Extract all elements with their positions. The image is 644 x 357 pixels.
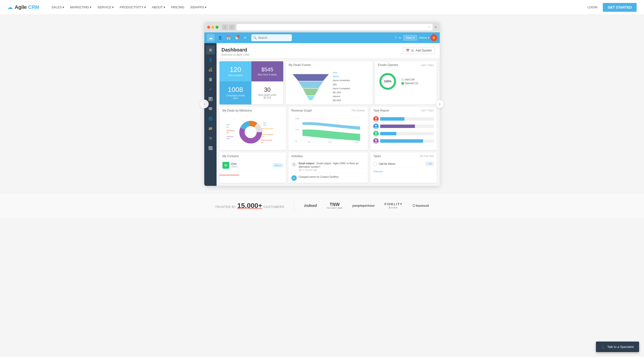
task-bar-row-3 — [373, 131, 434, 136]
crm-sidebar: ⊞ 👤 💰 📋 ✓ 📊 💬 🌐 📁 ⚙ 📈 — [204, 43, 216, 186]
browser-chrome: ‹ › ↻ ≡ ☁ 👤 📅 📋 — [204, 22, 440, 186]
activity-item-2: ⊕ Changed owner for Contact Geoffrey — [288, 173, 368, 183]
contacts-icon[interactable]: 👤 — [216, 34, 224, 41]
sidebar-item-contacts[interactable]: 👤 — [206, 56, 215, 64]
nav-500apps[interactable]: 500APPS ▾ — [188, 4, 209, 10]
svg-text:0%: 0% — [226, 132, 229, 134]
browser-menu-icon[interactable]: ≡ — [434, 25, 437, 30]
milestone-chart: Won 0% Abandoned 0% Interested 54% New — [226, 116, 280, 148]
task-bar-fill-1 — [380, 117, 404, 121]
svg-text:14%: 14% — [264, 124, 266, 126]
help-icon[interactable]: ? — [394, 36, 396, 40]
edit-icon[interactable]: ✏ — [398, 36, 402, 40]
svg-point-42 — [374, 142, 378, 144]
browser-forward-button[interactable]: › — [229, 24, 235, 30]
svg-text:Demo Completed: Demo Completed — [262, 134, 274, 135]
calendar-icon[interactable]: 📅 — [225, 34, 232, 41]
search-input[interactable] — [258, 36, 290, 40]
maximize-dot[interactable] — [216, 26, 218, 29]
activity-text-1: Email subject - Email subject - Agile CR… — [299, 162, 365, 171]
dashboard-header: Dashboard Welcome to Agile CRM 📅 ⚙ Add D… — [216, 43, 440, 58]
task-report-header: Task Report Last 7 Days — [370, 107, 437, 114]
sidebar-item-tasks[interactable]: ✓ — [206, 85, 215, 94]
activity-item-1: ✉ Email subject - Email subject - Agile … — [288, 160, 368, 173]
dashboard-title-area: Dashboard Welcome to Agile CRM — [222, 47, 249, 56]
svg-text:Jan: Jan — [307, 141, 310, 143]
dashboard-title: Dashboard — [222, 47, 249, 53]
task-label-1: Call for Demo — [379, 162, 424, 165]
new-deals-number: 30 — [264, 87, 271, 93]
login-button[interactable]: LOGIN — [585, 4, 600, 10]
contact-sub-dion: Other, — [231, 165, 271, 168]
svg-text:0%: 0% — [262, 130, 264, 132]
activities-header: Activities — [288, 152, 368, 160]
nav-marketing[interactable]: MARKETING ▾ — [68, 4, 94, 10]
task-call-button[interactable]: Call — [426, 162, 434, 166]
svg-text:Demo Scheduled: Demo Scheduled — [262, 128, 274, 130]
sidebar-item-globe[interactable]: 🌐 — [206, 114, 215, 123]
browser-wrapper: ‹ › ‹ › ↻ ≡ — [204, 22, 440, 186]
nav-about[interactable]: ABOUT ▾ — [149, 4, 168, 10]
logo-text: Agile CRM — [15, 4, 39, 10]
logo[interactable]: ☁ Agile CRM — [7, 4, 39, 10]
close-dot[interactable] — [207, 26, 210, 29]
tasks-period: All Over Due — [420, 155, 434, 158]
nav-sales[interactable]: SALES ▾ — [49, 4, 67, 10]
task-bar-fill-2 — [380, 124, 415, 128]
svg-point-38 — [374, 127, 378, 129]
new-deals-cell: 30 New deals worth $5,318 — [251, 82, 283, 104]
tasks-title: Tasks — [373, 154, 381, 158]
task-avatar-3 — [373, 131, 379, 136]
svg-text:12%: 12% — [262, 136, 264, 138]
svg-marker-1 — [298, 82, 323, 88]
revenue-header: Revenue Graph This Quarter — [288, 107, 368, 114]
minimize-dot[interactable] — [212, 26, 214, 29]
sidebar-item-dashboard[interactable]: ⊞ — [206, 46, 215, 54]
revenue-chart: 200k 100k 0k — [291, 116, 365, 143]
task-avatar-1 — [373, 116, 379, 122]
user-menu-button[interactable]: Demo ▾ 😊 — [419, 34, 437, 41]
task-bars-container — [370, 114, 437, 146]
activity-time-1: 🕐 11 minutes ago — [299, 169, 365, 171]
sidebar-item-deals[interactable]: 💰 — [206, 65, 215, 74]
partner-basesuit: ⬡ basesuit — [412, 204, 429, 208]
sidebar-item-files[interactable]: 📁 — [206, 124, 215, 133]
activity-icon-2: ⊕ — [291, 175, 297, 181]
search-icon: 🔍 — [253, 36, 257, 40]
notifications-icon[interactable]: 📋 7 — [233, 34, 240, 41]
svg-text:Abandoned: Abandoned — [226, 130, 235, 132]
task-assignee-area: Francois — [370, 168, 437, 174]
add-dashlet-button[interactable]: 📅 ⚙ Add Dashlet — [403, 47, 435, 54]
browser-url-bar[interactable]: ↻ — [237, 24, 432, 30]
new-button[interactable]: New ▾ — [404, 35, 417, 40]
svg-point-37 — [375, 124, 377, 126]
svg-text:New: New — [264, 122, 266, 124]
carousel-right-arrow[interactable]: › — [435, 100, 444, 108]
sidebar-item-analytics[interactable]: 📈 — [206, 144, 215, 152]
deals-funnel-dashlet: My Deals Funnel — [286, 61, 372, 104]
new-contacts-label: New contacts — [228, 74, 243, 77]
activity-text-2: Changed owner for Contact Geoffrey — [299, 175, 339, 179]
get-started-button[interactable]: GET STARTED — [603, 3, 637, 12]
emails-opened-title: Emails Opened — [378, 63, 398, 67]
crm-search-box[interactable]: 🔍 — [251, 34, 292, 41]
activity-icon-1: ✉ — [291, 162, 297, 167]
nav-pricing[interactable]: PRICING — [169, 4, 187, 10]
history-icon[interactable]: ↺ — [242, 34, 248, 41]
nav-productivity[interactable]: PRODUCTIVITY ▾ — [117, 4, 148, 10]
carousel-left-arrow[interactable]: ‹ — [200, 100, 209, 108]
svg-point-41 — [375, 139, 377, 141]
activity-email-subject: Email subject - Email subject - Agile CR… — [299, 162, 365, 169]
task-checkbox-1[interactable] — [373, 162, 377, 166]
trusted-number: 15,000+ — [237, 202, 262, 210]
browser-back-button[interactable]: ‹ — [222, 24, 228, 30]
sidebar-item-integrations[interactable]: ⚙ — [206, 134, 215, 143]
sidebar-item-notes[interactable]: 📋 — [206, 75, 215, 84]
tasks-dashlet: Tasks All Over Due Call for Demo Call — [370, 152, 437, 183]
crm-topbar: ☁ 👤 📅 📋 7 ↺ 🔍 — [204, 32, 440, 43]
svg-point-39 — [375, 132, 377, 134]
nav-service[interactable]: SERVICE ▾ — [95, 4, 116, 10]
partner-pph: peopleperhour — [352, 204, 375, 208]
task-avatar-4 — [373, 138, 379, 144]
crm-logo-icon[interactable]: ☁ — [207, 34, 214, 42]
